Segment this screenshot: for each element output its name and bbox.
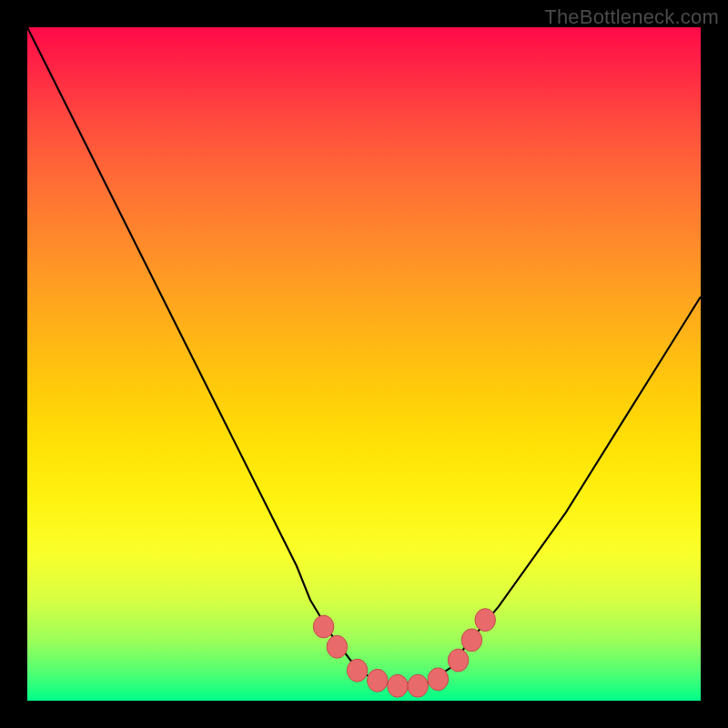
marker-group xyxy=(313,609,495,697)
marker-point xyxy=(347,659,368,682)
marker-point xyxy=(388,674,409,697)
chart-svg xyxy=(27,27,701,701)
marker-point xyxy=(475,609,496,632)
watermark-text: TheBottleneck.com xyxy=(544,5,719,29)
bottleneck-curve xyxy=(27,27,701,687)
marker-point xyxy=(368,669,389,692)
marker-point xyxy=(327,635,348,658)
chart-frame: TheBottleneck.com xyxy=(0,0,728,728)
marker-point xyxy=(461,629,482,652)
marker-point xyxy=(313,615,334,638)
plot-area xyxy=(27,27,701,701)
marker-point xyxy=(428,668,449,691)
marker-point xyxy=(448,649,468,672)
marker-point xyxy=(408,674,429,697)
